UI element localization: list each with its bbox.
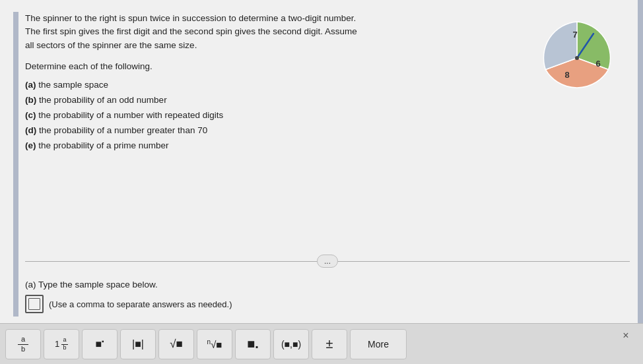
answer-section: (a) Type the sample space below. (Use a … xyxy=(25,273,630,317)
part-d-text: the probability of a number greater than… xyxy=(36,125,207,135)
part-a: (a) the sample space xyxy=(25,78,511,93)
desc-line3: all sectors of the spinner are the same … xyxy=(25,40,197,50)
problem-text-area: The spinner to the right is spun twice i… xyxy=(25,12,630,249)
part-b-text: the probability of an odd number xyxy=(36,95,166,105)
sqrt-button[interactable]: √■ xyxy=(158,329,194,359)
use-comma-hint: (Use a comma to separate answers as need… xyxy=(49,299,232,309)
part-a-text: the sample space xyxy=(36,80,109,90)
part-c: (c) the probability of a number with rep… xyxy=(25,108,511,123)
part-e: (e) the probability of a prime number xyxy=(25,138,511,154)
text-block: The spinner to the right is spun twice i… xyxy=(25,12,524,249)
part-e-text: the probability of a prime number xyxy=(36,140,169,150)
superscript-button[interactable]: ■▪ xyxy=(82,329,118,359)
spinner-label-6: 6 xyxy=(595,59,600,69)
svg-point-1 xyxy=(575,56,579,60)
spinner-svg: 7 6 8 xyxy=(534,15,620,101)
main-container: The spinner to the right is spun twice i… xyxy=(0,0,643,364)
paren-comma-button[interactable]: (■,■) xyxy=(273,329,309,359)
answer-label-a: (a) Type the sample space below. xyxy=(25,280,630,289)
part-d-label: (d) xyxy=(25,125,36,135)
mixed-number-button[interactable]: 1 a b xyxy=(44,329,79,359)
plus-minus-button[interactable]: ± xyxy=(312,329,347,359)
content-area: The spinner to the right is spun twice i… xyxy=(0,0,643,323)
right-edge-decoration xyxy=(638,0,643,323)
answer-input-icon[interactable] xyxy=(25,295,44,313)
toolbar-buttons: a b 1 a b ■▪ |■| xyxy=(5,329,407,359)
absolute-value-button[interactable]: |■| xyxy=(120,329,156,359)
fraction-button[interactable]: a b xyxy=(5,329,41,359)
nth-root-button[interactable]: n√■ xyxy=(197,329,232,359)
parts-list: (a) the sample space (b) the probability… xyxy=(25,78,511,154)
main-content: The spinner to the right is spun twice i… xyxy=(25,12,630,317)
left-sidebar-decoration xyxy=(13,12,18,317)
desc-line2: The first spin gives the first digit and… xyxy=(25,26,357,36)
part-c-text: the probability of a number with repeate… xyxy=(36,110,224,120)
period-button[interactable]: ■. xyxy=(235,329,271,359)
expand-button[interactable]: ... xyxy=(317,255,338,268)
problem-description: The spinner to the right is spun twice i… xyxy=(25,12,511,52)
determine-label: Determine each of the following. xyxy=(25,61,511,71)
part-b: (b) the probability of an odd number xyxy=(25,93,511,108)
more-button[interactable]: More xyxy=(350,329,407,359)
part-c-label: (c) xyxy=(25,110,36,120)
part-d: (d) the probability of a number greater … xyxy=(25,123,511,138)
desc-line1: The spinner to the right is spun twice i… xyxy=(25,13,356,23)
part-e-label: (e) xyxy=(25,140,36,150)
close-button[interactable]: × xyxy=(617,326,635,345)
part-a-label: (a) xyxy=(25,80,36,90)
spinner-label-8: 8 xyxy=(564,70,569,80)
toolbar: a b 1 a b ■▪ |■| xyxy=(0,323,643,364)
answer-input-row: (Use a comma to separate answers as need… xyxy=(25,295,630,313)
part-b-label: (b) xyxy=(25,95,36,105)
divider-row: ... xyxy=(25,255,630,268)
spinner-label-7: 7 xyxy=(572,30,577,40)
spinner-container: 7 6 8 xyxy=(524,12,630,249)
